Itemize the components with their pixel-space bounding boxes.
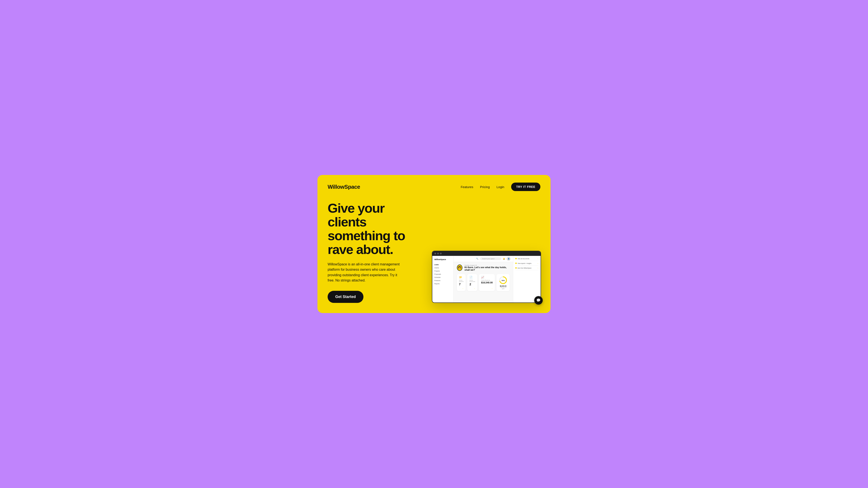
right-item-earn-arrow: → <box>537 267 538 269</box>
landing-page: WillowSpace Features Pricing Login TRY I… <box>317 175 551 313</box>
right-item-reports-label: View reports + insights <box>518 263 531 264</box>
right-item-docs-label: View all documents <box>518 258 529 259</box>
right-item-earn-label: Earn free WillowSpace <box>518 267 531 269</box>
titlebar-dot-2 <box>437 253 439 254</box>
search-icon: 🔍 <box>476 258 478 260</box>
svg-text:70%: 70% <box>501 280 505 282</box>
greeting-message: Hi there. Let's see what the day holds, … <box>465 266 510 271</box>
get-started-button[interactable]: Get Started <box>328 291 364 303</box>
yearly-revenue-card: 📈 Yearly Revenue $16,540.00 → <box>479 274 495 291</box>
revenue-label: Yearly Revenue <box>481 280 490 281</box>
app-main-area: 🔍 Search your space 🔔 👤 🧑 Sunday, <box>454 256 513 302</box>
logo: WillowSpace <box>328 184 360 190</box>
app-sidebar: WillowSpace Leads Clients Projects Propo… <box>432 256 454 302</box>
hero-headline: Give your clients something to rave abou… <box>328 201 424 256</box>
sidebar-item-projects[interactable]: Projects <box>434 269 451 272</box>
greeting-text: Sunday, August 16 Hi there. Let's see wh… <box>465 265 510 271</box>
user-avatar: 👤 <box>507 257 510 261</box>
notification-icon[interactable]: 🔔 <box>503 258 505 260</box>
sidebar-item-leads[interactable]: Leads <box>434 263 451 266</box>
goal-donut-card: 70% $8,000.00 / $8,000.00 goal <box>497 274 510 291</box>
app-titlebar <box>432 251 540 256</box>
app-right-panel: View all documents → View reports + insi… <box>513 256 540 302</box>
proposals-arrow: → <box>474 288 475 289</box>
app-screenshot: WillowSpace Leads Clients Projects Propo… <box>432 251 541 303</box>
titlebar-dot-3 <box>440 253 442 254</box>
app-body: WillowSpace Leads Clients Projects Propo… <box>432 256 540 302</box>
right-panel-item-docs[interactable]: View all documents → <box>516 258 538 261</box>
hero-subtitle: WillowSpace is an all-in-one client mana… <box>328 262 404 283</box>
right-dot-docs <box>516 258 517 259</box>
sidebar-item-proposals[interactable]: Proposals <box>434 272 451 276</box>
active-projects-card: 📁 Active Projects 7 → <box>457 274 466 291</box>
right-dot-reports <box>516 263 517 264</box>
donut-chart: 70% <box>499 276 507 285</box>
proposals-value: 2 <box>469 283 471 286</box>
nav-features[interactable]: Features <box>461 185 473 189</box>
greeting-row: 🧑 Sunday, August 16 Hi there. Let's see … <box>457 265 510 271</box>
sidebar-item-finances[interactable]: Finances <box>434 279 451 282</box>
proposals-icon: 📄 <box>469 276 472 279</box>
proposals-label: Active Proposals <box>469 280 475 282</box>
projects-label: Active Projects <box>459 280 464 282</box>
nav-links: Features Pricing Login TRY IT FREE <box>461 183 540 191</box>
app-sidebar-logo: WillowSpace <box>434 258 451 261</box>
revenue-value: $16,540.00 <box>481 281 493 284</box>
sidebar-item-reports[interactable]: Reports <box>434 282 451 285</box>
hero-section: Give your clients something to rave abou… <box>328 201 540 303</box>
right-item-reports-arrow: → <box>537 263 538 264</box>
nav-pricing[interactable]: Pricing <box>480 185 490 189</box>
revenue-icon: 📈 <box>481 276 484 279</box>
right-dot-earn <box>516 267 517 268</box>
app-window: WillowSpace Leads Clients Projects Propo… <box>432 251 541 303</box>
app-topbar: 🔍 Search your space 🔔 👤 <box>454 256 513 262</box>
app-search-input[interactable]: Search your space <box>480 257 501 260</box>
projects-icon: 📁 <box>459 276 462 279</box>
greeting-date: Sunday, August 16 <box>465 265 510 266</box>
sidebar-item-schedule[interactable]: Schedule <box>434 276 451 279</box>
projects-value: 7 <box>459 283 461 286</box>
goal-label: $8,000.00 / $8,000.00 goal <box>499 285 507 289</box>
right-panel-item-reports[interactable]: View reports + insights → <box>516 263 538 266</box>
nav-login[interactable]: Login <box>497 185 504 189</box>
chat-icon: 💬 <box>536 298 540 302</box>
chat-bubble-button[interactable]: 💬 <box>534 296 543 304</box>
try-it-free-button[interactable]: TRY IT FREE <box>511 183 540 191</box>
right-panel-item-earn[interactable]: Earn free WillowSpace → <box>516 267 538 270</box>
revenue-arrow: → <box>491 288 493 289</box>
greeting-avatar: 🧑 <box>457 265 462 271</box>
sidebar-item-clients[interactable]: Clients <box>434 266 451 269</box>
stats-cards-row: 📁 Active Projects 7 → 📄 Active Proposals <box>457 274 510 291</box>
titlebar-dot-1 <box>434 253 436 254</box>
app-dashboard-content: 🧑 Sunday, August 16 Hi there. Let's see … <box>454 262 513 302</box>
right-item-docs-arrow: → <box>537 258 538 259</box>
active-proposals-card: 📄 Active Proposals 2 → <box>467 274 477 291</box>
projects-arrow: → <box>462 288 463 289</box>
hero-left: Give your clients something to rave abou… <box>328 201 424 303</box>
navbar: WillowSpace Features Pricing Login TRY I… <box>328 183 540 191</box>
